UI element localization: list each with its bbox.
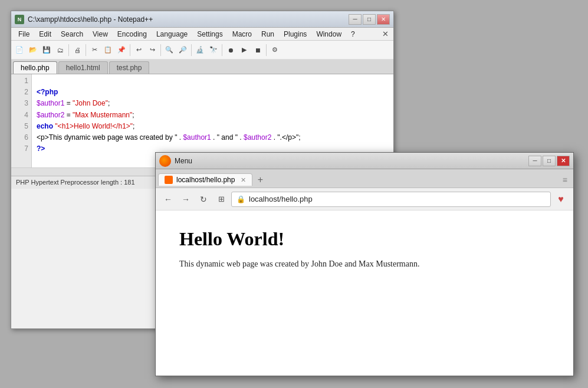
toolbar-zoomout[interactable]: 🔭 xyxy=(207,44,220,57)
menu-search[interactable]: Search xyxy=(56,29,88,40)
line-num-6: 6 xyxy=(11,132,28,143)
npp-title-buttons: ─ □ ✕ xyxy=(349,14,390,25)
toolbar-sep7 xyxy=(266,44,267,56)
browser-tab-more[interactable]: ≡ xyxy=(559,175,571,185)
browser-title: Menu xyxy=(175,157,528,165)
line-num-2: 2 xyxy=(11,87,28,98)
toolbar-sep6 xyxy=(222,44,222,56)
toolbar-paste[interactable]: 📌 xyxy=(115,44,128,57)
toolbar-sep4 xyxy=(160,44,161,56)
toolbar-sep2 xyxy=(86,44,86,56)
browser-titlebar: Menu ─ □ ✕ xyxy=(156,153,573,169)
toolbar-print[interactable]: 🖨 xyxy=(71,44,84,57)
npp-gutter: 1 2 3 4 5 6 7 xyxy=(11,74,32,167)
browser-body: Hello World! This dynamic web page was c… xyxy=(156,211,573,376)
menu-edit[interactable]: Edit xyxy=(34,29,56,40)
tab-hello-php[interactable]: hello.php xyxy=(13,61,57,74)
toolbar-sep5 xyxy=(191,44,192,56)
npp-title: C:\xampp\htdocs\hello.php - Notepad++ xyxy=(28,15,349,24)
line-num-4: 4 xyxy=(11,110,28,121)
line-num-1: 1 xyxy=(11,75,28,87)
toolbar-undo[interactable]: ↩ xyxy=(132,44,145,57)
browser-content: Hello World! This dynamic web page was c… xyxy=(156,211,573,376)
url-text: localhost/hello.php xyxy=(249,195,313,203)
toolbar-stopmacro[interactable]: ⏹ xyxy=(251,44,264,57)
firefox-logo xyxy=(159,155,171,167)
line-num-3: 3 xyxy=(11,98,28,109)
toolbar-saveall[interactable]: 🗂 xyxy=(54,44,67,57)
menu-language[interactable]: Language xyxy=(152,29,192,40)
toolbar-cut[interactable]: ✂ xyxy=(88,44,101,57)
browser-maximize-btn[interactable]: □ xyxy=(543,156,556,166)
browser-url-bar[interactable]: 🔒 localhost/hello.php xyxy=(231,192,551,207)
toolbar-redo[interactable]: ↪ xyxy=(146,44,159,57)
toolbar-sep1 xyxy=(68,44,69,56)
browser-close-btn[interactable]: ✕ xyxy=(557,156,570,166)
toolbar-save[interactable]: 💾 xyxy=(40,44,53,57)
toolbar-synced[interactable]: ⚙ xyxy=(268,44,281,57)
npp-menu-close[interactable]: ✕ xyxy=(380,29,391,38)
npp-titlebar: N C:\xampp\htdocs\hello.php - Notepad++ … xyxy=(11,11,393,28)
menu-view[interactable]: View xyxy=(88,29,113,40)
browser-favorite-btn[interactable]: ♥ xyxy=(553,192,569,207)
toolbar-open[interactable]: 📂 xyxy=(27,44,40,57)
tab-test-php[interactable]: test.php xyxy=(109,61,150,74)
line-num-5: 5 xyxy=(11,121,28,132)
toolbar-runmacro[interactable]: ▶ xyxy=(238,44,251,57)
line-num-7: 7 xyxy=(11,143,28,154)
toolbar-zoomin[interactable]: 🔬 xyxy=(193,44,206,57)
browser-forward-btn[interactable]: → xyxy=(178,192,193,207)
browser-navbar: ← → ↻ ⊞ 🔒 localhost/hello.php ♥ xyxy=(156,188,573,211)
npp-toolbar: 📄 📂 💾 🗂 🖨 ✂ 📋 📌 ↩ ↪ 🔍 🔎 🔬 🔭 ⏺ ▶ ⏹ ⚙ xyxy=(11,41,393,60)
browser-tabs: localhost/hello.php ✕ + ≡ xyxy=(156,169,573,188)
npp-icon: N xyxy=(15,15,24,24)
browser-paragraph: This dynamic web page was created by Joh… xyxy=(179,259,550,269)
menu-run[interactable]: Run xyxy=(257,29,279,40)
npp-status-text: PHP Hypertext Preprocessor length : 181 xyxy=(16,179,135,186)
npp-tabs: hello.php hello1.html test.php xyxy=(11,60,393,74)
tab-hello1-html[interactable]: hello1.html xyxy=(58,61,108,74)
browser-window: Menu ─ □ ✕ localhost/hello.php ✕ + ≡ ← →… xyxy=(155,152,574,376)
browser-tab-close[interactable]: ✕ xyxy=(241,176,246,184)
browser-tab-hello-php[interactable]: localhost/hello.php ✕ xyxy=(158,173,252,186)
menu-encoding[interactable]: Encoding xyxy=(113,29,152,40)
browser-title-buttons: ─ □ ✕ xyxy=(528,156,570,166)
npp-maximize-btn[interactable]: □ xyxy=(363,14,376,25)
browser-new-tab-btn[interactable]: + xyxy=(254,173,267,186)
browser-back-btn[interactable]: ← xyxy=(160,192,176,207)
menu-settings[interactable]: Settings xyxy=(192,29,227,40)
menu-file[interactable]: File xyxy=(14,29,34,40)
tab-favicon xyxy=(165,176,173,184)
browser-minimize-btn[interactable]: ─ xyxy=(528,156,541,166)
toolbar-new[interactable]: 📄 xyxy=(13,44,26,57)
npp-menubar: File Edit Search View Encoding Language … xyxy=(11,28,393,41)
menu-macro[interactable]: Macro xyxy=(228,29,257,40)
browser-heading: Hello World! xyxy=(179,228,550,250)
npp-close-btn[interactable]: ✕ xyxy=(377,14,390,25)
toolbar-find[interactable]: 🔍 xyxy=(163,44,176,57)
menu-help[interactable]: ? xyxy=(346,29,360,40)
browser-tab-label: localhost/hello.php xyxy=(176,176,235,184)
browser-grid-btn[interactable]: ⊞ xyxy=(213,192,229,207)
browser-refresh-btn[interactable]: ↻ xyxy=(196,192,211,207)
menu-plugins[interactable]: Plugins xyxy=(279,29,311,40)
toolbar-findreplace[interactable]: 🔎 xyxy=(176,44,189,57)
url-lock-icon: 🔒 xyxy=(236,195,245,203)
menu-window[interactable]: Window xyxy=(311,29,346,40)
toolbar-copy[interactable]: 📋 xyxy=(101,44,114,57)
toolbar-sep3 xyxy=(130,44,130,56)
toolbar-macro[interactable]: ⏺ xyxy=(224,44,237,57)
npp-minimize-btn[interactable]: ─ xyxy=(349,14,362,25)
